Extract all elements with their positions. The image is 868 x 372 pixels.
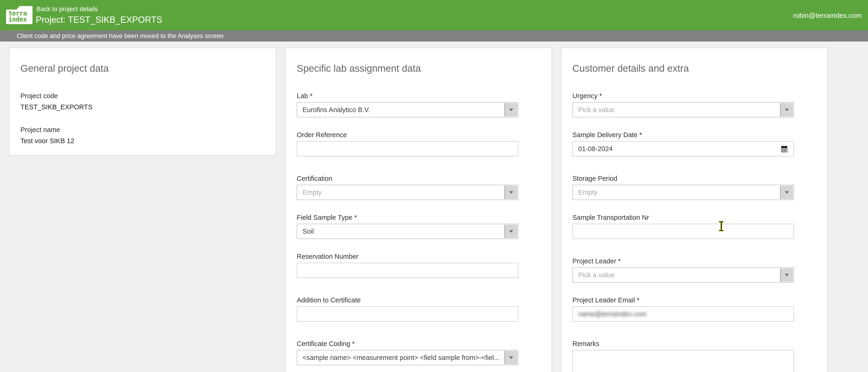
notification-bar: Client code and price agreement have bee… xyxy=(0,30,868,41)
project-code-label: Project code xyxy=(21,92,265,100)
field-certificate-coding: Certificate Coding * <sample name> <meas… xyxy=(297,340,518,365)
project-name-label: Project name xyxy=(21,126,265,134)
chevron-down-icon xyxy=(509,108,513,111)
urgency-label: Urgency * xyxy=(572,92,794,100)
urgency-select[interactable]: Pick a value xyxy=(572,102,794,117)
certificate-coding-value: <sample name> <measurement point> <field… xyxy=(297,354,516,362)
certification-label: Certification xyxy=(297,175,518,182)
project-leader-select[interactable]: Pick a value xyxy=(572,267,794,283)
chevron-down-icon xyxy=(785,108,789,111)
field-certification: Certification Empty xyxy=(297,175,518,200)
field-sample-type-dropdown-button[interactable] xyxy=(504,225,518,238)
field-project-leader-email: Project Leader Email * name@terraindex.c… xyxy=(572,296,794,322)
certification-dropdown-button[interactable] xyxy=(504,186,518,199)
back-to-project-details-link[interactable]: Back to project details xyxy=(36,5,98,13)
logo-line2: index xyxy=(8,16,27,23)
field-addition-to-certificate: Addition to Certificate xyxy=(297,296,518,322)
remarks-label: Remarks xyxy=(572,340,794,348)
field-storage-period: Storage Period Empty xyxy=(572,175,794,200)
project-leader-email-input[interactable]: name@terraindex.com xyxy=(572,306,794,322)
field-reservation-number: Reservation Number xyxy=(297,252,518,278)
specific-lab-assignment-panel: Specific lab assignment data Lab * Eurof… xyxy=(285,48,552,372)
certification-select-placeholder: Empty xyxy=(297,189,338,196)
sample-delivery-date-input[interactable]: 01-08-2024 xyxy=(572,141,794,156)
field-order-reference: Order Reference xyxy=(297,131,518,156)
addition-to-certificate-input[interactable] xyxy=(297,306,518,322)
customer-details-panel: Customer details and extra Urgency * Pic… xyxy=(561,48,828,372)
field-urgency: Urgency * Pick a value xyxy=(572,92,794,117)
project-code-value: TEST_SIKB_EXPORTS xyxy=(21,103,265,111)
storage-period-dropdown-button[interactable] xyxy=(780,186,793,199)
terraindex-logo: terraindex xyxy=(6,6,32,24)
certificate-coding-select[interactable]: <sample name> <measurement point> <field… xyxy=(297,350,518,365)
project-name-value: Test voor SIKB 12 xyxy=(21,137,265,145)
field-sample-delivery-date: Sample Delivery Date * 01-08-2024 xyxy=(572,131,794,156)
project-leader-dropdown-button[interactable] xyxy=(780,268,793,282)
field-lab: Lab * Eurofins Analytico B.V. xyxy=(297,92,518,117)
panel-title-customer: Customer details and extra xyxy=(572,62,816,75)
chevron-down-icon xyxy=(785,191,789,194)
certificate-coding-dropdown-button[interactable] xyxy=(504,351,518,364)
lab-select-value: Eurofins Analytico B.V. xyxy=(297,106,386,114)
project-leader-label: Project Leader * xyxy=(572,257,794,265)
reservation-number-label: Reservation Number xyxy=(297,252,518,260)
certificate-coding-label: Certificate Coding * xyxy=(297,340,518,348)
certification-select[interactable]: Empty xyxy=(297,185,518,200)
field-remarks: Remarks xyxy=(572,340,794,372)
page-title: Project: TEST_SIKB_EXPORTS xyxy=(36,14,162,25)
sample-delivery-date-label: Sample Delivery Date * xyxy=(572,131,794,139)
lab-dropdown-button[interactable] xyxy=(504,103,518,117)
calendar-icon[interactable] xyxy=(781,146,787,152)
project-leader-select-placeholder: Pick a value xyxy=(573,271,631,279)
app-header: terraindex Back to project details Proje… xyxy=(0,0,868,30)
urgency-select-placeholder: Pick a value xyxy=(573,106,631,114)
order-reference-label: Order Reference xyxy=(297,131,518,139)
reservation-number-input[interactable] xyxy=(297,263,518,278)
storage-period-label: Storage Period xyxy=(572,175,794,182)
storage-period-select[interactable]: Empty xyxy=(572,185,794,200)
logo-text: terraindex xyxy=(8,10,27,23)
project-leader-email-label: Project Leader Email * xyxy=(572,296,794,304)
lab-select[interactable]: Eurofins Analytico B.V. xyxy=(297,102,518,117)
field-sample-transportation-nr: Sample Transportation Nr xyxy=(572,214,794,239)
user-email: robin@terraindex.com xyxy=(793,11,862,20)
general-project-data-panel: General project data Project code TEST_S… xyxy=(9,48,276,155)
chevron-down-icon xyxy=(509,230,513,233)
lab-label: Lab * xyxy=(297,92,518,100)
field-sample-type-label: Field Sample Type * xyxy=(297,214,518,221)
urgency-dropdown-button[interactable] xyxy=(780,103,793,117)
field-field-sample-type: Field Sample Type * Soil xyxy=(297,214,518,239)
text-ibeam-cursor xyxy=(718,221,724,231)
sample-transportation-nr-input[interactable] xyxy=(572,224,794,239)
panel-title-general: General project data xyxy=(21,62,265,75)
chevron-down-icon xyxy=(785,274,789,276)
field-project-leader: Project Leader * Pick a value xyxy=(572,257,794,283)
chevron-down-icon xyxy=(509,356,513,359)
order-reference-input[interactable] xyxy=(297,141,518,156)
panel-title-lab: Specific lab assignment data xyxy=(297,62,540,75)
field-sample-type-select[interactable]: Soil xyxy=(297,224,518,239)
field-sample-type-value: Soil xyxy=(297,228,330,235)
sample-transportation-nr-label: Sample Transportation Nr xyxy=(572,214,794,221)
remarks-textarea[interactable] xyxy=(572,350,794,372)
project-leader-email-value-blurred: name@terraindex.com xyxy=(573,310,646,318)
chevron-down-icon xyxy=(509,191,513,194)
storage-period-select-placeholder: Empty xyxy=(573,189,614,196)
addition-to-certificate-label: Addition to Certificate xyxy=(297,296,518,304)
sample-delivery-date-value: 01-08-2024 xyxy=(573,145,613,153)
